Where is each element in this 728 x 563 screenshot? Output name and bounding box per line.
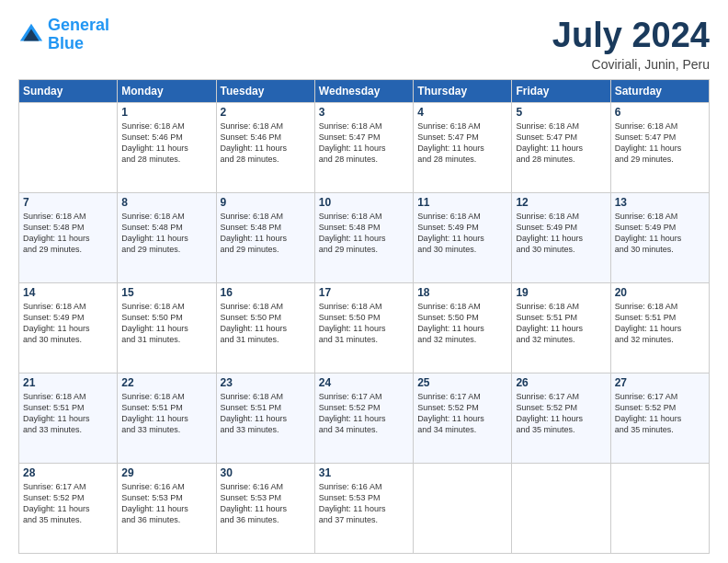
calendar-day-cell: 7Sunrise: 6:18 AM Sunset: 5:48 PM Daylig… bbox=[19, 192, 118, 282]
calendar-day-cell bbox=[512, 463, 610, 553]
day-info: Sunrise: 6:17 AM Sunset: 5:52 PM Dayligh… bbox=[615, 391, 705, 436]
logo: General Blue bbox=[18, 17, 109, 53]
day-number: 27 bbox=[615, 376, 705, 389]
calendar-day-cell: 27Sunrise: 6:17 AM Sunset: 5:52 PM Dayli… bbox=[610, 373, 709, 463]
day-number: 29 bbox=[121, 466, 211, 479]
calendar-day-cell: 13Sunrise: 6:18 AM Sunset: 5:49 PM Dayli… bbox=[610, 192, 709, 282]
calendar-day-cell: 31Sunrise: 6:16 AM Sunset: 5:53 PM Dayli… bbox=[314, 463, 413, 553]
calendar-week-row: 7Sunrise: 6:18 AM Sunset: 5:48 PM Daylig… bbox=[19, 192, 710, 282]
day-number: 9 bbox=[221, 196, 311, 209]
day-number: 17 bbox=[319, 286, 409, 299]
day-info: Sunrise: 6:18 AM Sunset: 5:46 PM Dayligh… bbox=[121, 121, 211, 166]
location-subtitle: Coviriali, Junin, Peru bbox=[552, 57, 710, 72]
calendar-day-cell: 12Sunrise: 6:18 AM Sunset: 5:49 PM Dayli… bbox=[512, 192, 610, 282]
day-info: Sunrise: 6:18 AM Sunset: 5:50 PM Dayligh… bbox=[221, 301, 311, 346]
day-info: Sunrise: 6:18 AM Sunset: 5:50 PM Dayligh… bbox=[121, 301, 211, 346]
calendar-day-cell: 29Sunrise: 6:16 AM Sunset: 5:53 PM Dayli… bbox=[118, 463, 216, 553]
logo-icon bbox=[18, 22, 44, 48]
day-info: Sunrise: 6:16 AM Sunset: 5:53 PM Dayligh… bbox=[319, 481, 409, 526]
day-number: 21 bbox=[23, 376, 113, 389]
day-number: 2 bbox=[221, 106, 311, 119]
calendar-day-cell: 19Sunrise: 6:18 AM Sunset: 5:51 PM Dayli… bbox=[512, 282, 610, 373]
calendar-day-cell: 9Sunrise: 6:18 AM Sunset: 5:48 PM Daylig… bbox=[216, 192, 314, 282]
day-number: 10 bbox=[319, 196, 409, 209]
day-info: Sunrise: 6:17 AM Sunset: 5:52 PM Dayligh… bbox=[319, 391, 409, 436]
logo-text: General Blue bbox=[48, 17, 109, 53]
day-info: Sunrise: 6:18 AM Sunset: 5:51 PM Dayligh… bbox=[516, 301, 606, 346]
day-number: 19 bbox=[516, 286, 606, 299]
calendar-header-monday: Monday bbox=[118, 79, 216, 102]
day-number: 20 bbox=[615, 286, 705, 299]
calendar-header-tuesday: Tuesday bbox=[216, 79, 314, 102]
day-info: Sunrise: 6:18 AM Sunset: 5:49 PM Dayligh… bbox=[615, 211, 705, 256]
day-number: 31 bbox=[319, 466, 409, 479]
calendar-day-cell: 26Sunrise: 6:17 AM Sunset: 5:52 PM Dayli… bbox=[512, 373, 610, 463]
day-number: 11 bbox=[417, 196, 507, 209]
calendar-day-cell: 3Sunrise: 6:18 AM Sunset: 5:47 PM Daylig… bbox=[314, 102, 413, 192]
day-info: Sunrise: 6:18 AM Sunset: 5:48 PM Dayligh… bbox=[319, 211, 409, 256]
day-number: 25 bbox=[417, 376, 507, 389]
day-number: 1 bbox=[121, 106, 211, 119]
calendar-week-row: 1Sunrise: 6:18 AM Sunset: 5:46 PM Daylig… bbox=[19, 102, 710, 192]
calendar-day-cell: 15Sunrise: 6:18 AM Sunset: 5:50 PM Dayli… bbox=[118, 282, 216, 373]
calendar-day-cell: 2Sunrise: 6:18 AM Sunset: 5:46 PM Daylig… bbox=[216, 102, 314, 192]
month-title: July 2024 bbox=[552, 17, 710, 55]
day-info: Sunrise: 6:18 AM Sunset: 5:51 PM Dayligh… bbox=[615, 301, 705, 346]
day-number: 14 bbox=[23, 286, 113, 299]
calendar-day-cell: 11Sunrise: 6:18 AM Sunset: 5:49 PM Dayli… bbox=[414, 192, 512, 282]
day-info: Sunrise: 6:18 AM Sunset: 5:47 PM Dayligh… bbox=[319, 121, 409, 166]
day-info: Sunrise: 6:18 AM Sunset: 5:51 PM Dayligh… bbox=[121, 391, 211, 436]
day-number: 8 bbox=[121, 196, 211, 209]
day-info: Sunrise: 6:18 AM Sunset: 5:48 PM Dayligh… bbox=[23, 211, 113, 256]
calendar-day-cell: 25Sunrise: 6:17 AM Sunset: 5:52 PM Dayli… bbox=[414, 373, 512, 463]
day-info: Sunrise: 6:18 AM Sunset: 5:46 PM Dayligh… bbox=[221, 121, 311, 166]
calendar-day-cell: 18Sunrise: 6:18 AM Sunset: 5:50 PM Dayli… bbox=[414, 282, 512, 373]
calendar-header-row: SundayMondayTuesdayWednesdayThursdayFrid… bbox=[19, 79, 710, 102]
day-number: 3 bbox=[319, 106, 409, 119]
calendar-header-friday: Friday bbox=[512, 79, 610, 102]
day-info: Sunrise: 6:17 AM Sunset: 5:52 PM Dayligh… bbox=[417, 391, 507, 436]
calendar-day-cell bbox=[610, 463, 709, 553]
calendar-header-saturday: Saturday bbox=[610, 79, 709, 102]
calendar-day-cell: 4Sunrise: 6:18 AM Sunset: 5:47 PM Daylig… bbox=[414, 102, 512, 192]
calendar-day-cell: 24Sunrise: 6:17 AM Sunset: 5:52 PM Dayli… bbox=[314, 373, 413, 463]
calendar-day-cell: 23Sunrise: 6:18 AM Sunset: 5:51 PM Dayli… bbox=[216, 373, 314, 463]
day-info: Sunrise: 6:16 AM Sunset: 5:53 PM Dayligh… bbox=[221, 481, 311, 526]
day-info: Sunrise: 6:18 AM Sunset: 5:48 PM Dayligh… bbox=[121, 211, 211, 256]
day-number: 26 bbox=[516, 376, 606, 389]
page: General Blue July 2024 Coviriali, Junin,… bbox=[0, 0, 728, 563]
calendar-day-cell: 20Sunrise: 6:18 AM Sunset: 5:51 PM Dayli… bbox=[610, 282, 709, 373]
calendar-day-cell: 30Sunrise: 6:16 AM Sunset: 5:53 PM Dayli… bbox=[216, 463, 314, 553]
calendar-day-cell: 1Sunrise: 6:18 AM Sunset: 5:46 PM Daylig… bbox=[118, 102, 216, 192]
calendar-day-cell: 8Sunrise: 6:18 AM Sunset: 5:48 PM Daylig… bbox=[118, 192, 216, 282]
day-number: 16 bbox=[221, 286, 311, 299]
day-info: Sunrise: 6:18 AM Sunset: 5:47 PM Dayligh… bbox=[516, 121, 606, 166]
calendar-day-cell: 6Sunrise: 6:18 AM Sunset: 5:47 PM Daylig… bbox=[610, 102, 709, 192]
header: General Blue July 2024 Coviriali, Junin,… bbox=[18, 17, 710, 72]
day-info: Sunrise: 6:18 AM Sunset: 5:47 PM Dayligh… bbox=[615, 121, 705, 166]
day-number: 5 bbox=[516, 106, 606, 119]
day-number: 4 bbox=[417, 106, 507, 119]
calendar-header-thursday: Thursday bbox=[414, 79, 512, 102]
day-info: Sunrise: 6:18 AM Sunset: 5:49 PM Dayligh… bbox=[516, 211, 606, 256]
day-info: Sunrise: 6:17 AM Sunset: 5:52 PM Dayligh… bbox=[23, 481, 113, 526]
day-number: 15 bbox=[121, 286, 211, 299]
day-info: Sunrise: 6:18 AM Sunset: 5:50 PM Dayligh… bbox=[417, 301, 507, 346]
day-number: 23 bbox=[221, 376, 311, 389]
calendar-day-cell: 21Sunrise: 6:18 AM Sunset: 5:51 PM Dayli… bbox=[19, 373, 118, 463]
day-number: 28 bbox=[23, 466, 113, 479]
day-number: 7 bbox=[23, 196, 113, 209]
day-info: Sunrise: 6:18 AM Sunset: 5:49 PM Dayligh… bbox=[23, 301, 113, 346]
day-info: Sunrise: 6:18 AM Sunset: 5:48 PM Dayligh… bbox=[221, 211, 311, 256]
calendar-week-row: 28Sunrise: 6:17 AM Sunset: 5:52 PM Dayli… bbox=[19, 463, 710, 553]
day-number: 24 bbox=[319, 376, 409, 389]
calendar-day-cell bbox=[19, 102, 118, 192]
title-block: July 2024 Coviriali, Junin, Peru bbox=[552, 17, 710, 72]
day-number: 18 bbox=[417, 286, 507, 299]
day-info: Sunrise: 6:18 AM Sunset: 5:50 PM Dayligh… bbox=[319, 301, 409, 346]
day-info: Sunrise: 6:18 AM Sunset: 5:51 PM Dayligh… bbox=[23, 391, 113, 436]
day-info: Sunrise: 6:17 AM Sunset: 5:52 PM Dayligh… bbox=[516, 391, 606, 436]
calendar-day-cell: 10Sunrise: 6:18 AM Sunset: 5:48 PM Dayli… bbox=[314, 192, 413, 282]
calendar-header-wednesday: Wednesday bbox=[314, 79, 413, 102]
day-info: Sunrise: 6:18 AM Sunset: 5:49 PM Dayligh… bbox=[417, 211, 507, 256]
